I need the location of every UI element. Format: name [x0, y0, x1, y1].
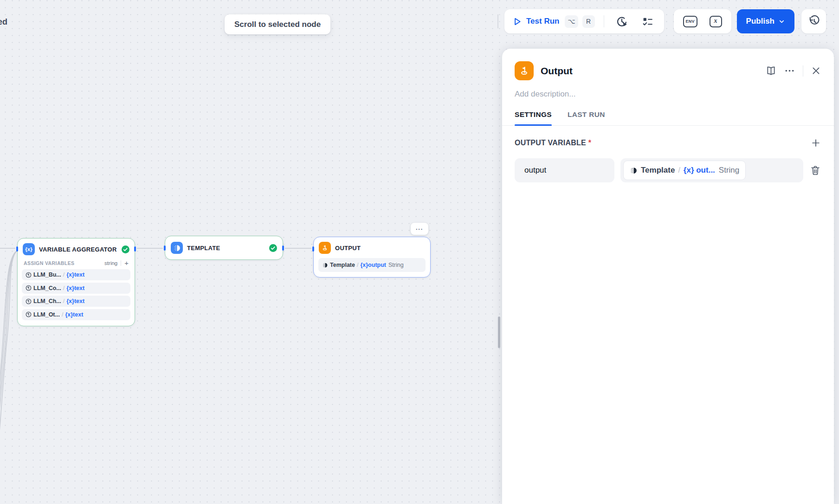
variable-name: LLM_Ch... [33, 298, 61, 304]
variable-ref: {x}text [66, 271, 84, 278]
docs-book-icon[interactable] [766, 65, 776, 76]
node-config-panel: Output Add description... SETTINGS LAST … [502, 49, 834, 504]
variable-ref: {x}text [66, 285, 84, 291]
assign-variables-label: ASSIGN VARIABLES [24, 260, 101, 266]
template-icon [171, 242, 183, 254]
node-title: TEMPLATE [187, 245, 265, 252]
required-mark: * [588, 139, 591, 147]
variable-ref: {x}text [66, 298, 84, 304]
publish-button[interactable]: Publish [737, 9, 794, 33]
tab-last-run[interactable]: LAST RUN [568, 110, 605, 125]
panel-title: Output [541, 65, 759, 77]
publish-label: Publish [746, 17, 774, 26]
ref-node-name: Template [330, 262, 355, 268]
variable-name: LLM_Ot... [33, 311, 60, 318]
variable-inspector-button[interactable]: x [707, 16, 725, 27]
success-check-icon [269, 244, 277, 252]
variable-ref-chip[interactable]: Template / {x} out... String [623, 161, 746, 180]
variable-name: LLM_Bu... [33, 271, 61, 278]
variable-aggregator-icon: {x} [23, 243, 35, 255]
node-template[interactable]: TEMPLATE [165, 236, 283, 260]
ref-variable: {x} out... [684, 166, 715, 175]
delete-variable-button[interactable] [810, 165, 821, 176]
source-node-icon [26, 285, 32, 291]
node-output[interactable]: OUTPUT Template / {x}output String [313, 237, 431, 278]
ref-type: String [388, 262, 404, 268]
input-port[interactable] [16, 246, 18, 252]
source-node-icon [26, 311, 32, 317]
node-title: OUTPUT [335, 245, 425, 252]
slash: / [678, 166, 680, 174]
add-output-variable-button[interactable] [811, 138, 821, 148]
variable-ref: {x}text [65, 311, 83, 318]
output-port[interactable] [282, 246, 284, 251]
aggregator-output-type: string [104, 260, 117, 266]
play-icon[interactable] [512, 17, 522, 26]
node-more-options-button[interactable]: ··· [411, 223, 428, 235]
aggregated-variable-row[interactable]: LLM_Bu... / {x}text [22, 269, 130, 280]
output-flag-icon [319, 242, 331, 254]
slash: / [63, 285, 65, 291]
slash: / [63, 298, 65, 304]
output-variable-row: Template / {x} out... String [515, 158, 821, 182]
template-mini-icon [322, 262, 328, 268]
tab-settings[interactable]: SETTINGS [515, 110, 552, 125]
version-history-button[interactable] [801, 9, 826, 33]
plus-icon [811, 138, 821, 148]
checklist-button[interactable] [639, 16, 656, 27]
kbd-r-badge: R [582, 15, 595, 28]
success-check-icon [122, 246, 129, 253]
output-flag-icon [515, 61, 534, 80]
environment-group: ENV x [674, 9, 731, 33]
aggregated-variable-row[interactable]: LLM_Co... / {x}text [22, 283, 130, 294]
slash: / [63, 271, 65, 278]
run-history-button[interactable] [613, 15, 631, 28]
aggregated-variable-row[interactable]: LLM_Ot... / {x}text [22, 309, 130, 320]
input-port[interactable] [164, 246, 166, 251]
kbd-option-badge: ⌥ [565, 15, 578, 28]
ref-variable: {x}output [360, 262, 386, 268]
source-node-icon [26, 298, 32, 304]
divider [121, 260, 121, 266]
add-variable-button[interactable]: + [124, 259, 129, 266]
test-run-button[interactable]: Test Run [526, 17, 559, 26]
output-variable-label: OUTPUT VARIABLE [515, 139, 586, 147]
divider [803, 65, 803, 77]
slash: / [357, 262, 358, 268]
more-options-icon[interactable] [784, 65, 795, 76]
variable-name: LLM_Co... [33, 285, 61, 291]
output-port[interactable] [134, 246, 136, 252]
run-controls-group: Test Run ⌥ R [504, 9, 664, 33]
toolbar-divider [497, 14, 498, 28]
variable-value-selector[interactable]: Template / {x} out... String [620, 158, 803, 182]
scroll-to-selected-node-button[interactable]: Scroll to selected node [225, 14, 330, 34]
source-node-icon [26, 272, 32, 278]
variable-x-icon: x [710, 16, 722, 27]
slash: / [62, 311, 63, 318]
aggregated-variable-row[interactable]: LLM_Ch... / {x}text [22, 296, 130, 307]
chevron-down-icon [778, 18, 785, 25]
node-variable-aggregator[interactable]: {x} VARIABLE AGGREGATOR ASSIGN VARIABLES… [17, 238, 135, 326]
template-mini-icon [630, 167, 638, 174]
output-variable-chip[interactable]: Template / {x}output String [318, 258, 426, 272]
variable-name-input[interactable] [515, 158, 614, 182]
ref-node-name: Template [641, 166, 675, 175]
toolbar-right: Test Run ⌥ R ENV x Publish [497, 9, 826, 33]
history-clock-icon [808, 15, 820, 27]
panel-tabs: SETTINGS LAST RUN [502, 110, 834, 126]
description-input[interactable]: Add description... [515, 90, 821, 99]
trash-icon [810, 165, 821, 176]
canvas-scrollbar-thumb[interactable] [498, 317, 500, 348]
env-icon: ENV [683, 16, 697, 27]
close-icon[interactable] [811, 66, 821, 76]
ref-type: String [719, 166, 739, 175]
divider [604, 15, 604, 27]
node-title: VARIABLE AGGREGATOR [39, 246, 117, 253]
output-variable-section: OUTPUT VARIABLE * Template / {x} out... … [502, 126, 834, 182]
input-port[interactable] [312, 246, 314, 252]
env-variables-button[interactable]: ENV [680, 16, 700, 27]
